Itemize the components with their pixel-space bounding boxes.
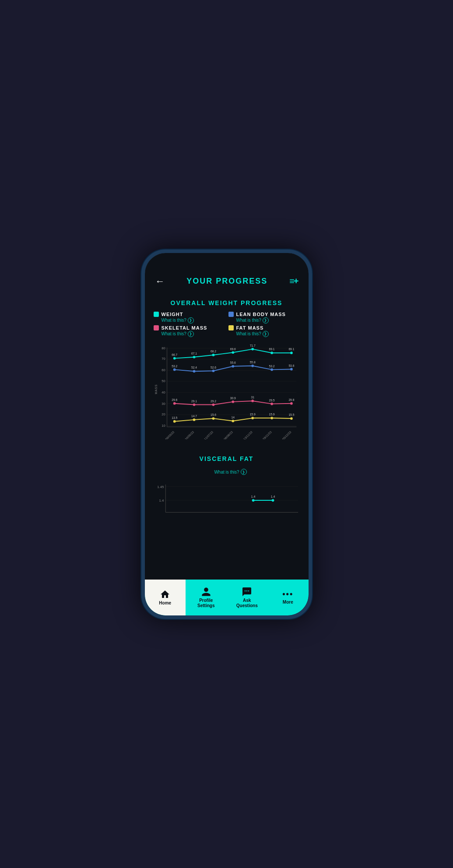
svg-point-53 — [290, 402, 293, 404]
weight-info-arrow[interactable]: ❯ — [188, 317, 194, 323]
home-label: Home — [159, 601, 171, 606]
svg-text:66.7: 66.7 — [172, 353, 177, 356]
header: ← YOUR PROGRESS ≡+ — [145, 272, 309, 292]
svg-text:50: 50 — [162, 379, 165, 383]
svg-text:53.2: 53.2 — [269, 364, 274, 367]
skeletal-what-is-this[interactable]: What is this? ❯ — [162, 331, 225, 337]
svg-point-67 — [290, 417, 293, 420]
svg-point-63 — [212, 417, 214, 420]
svg-text:29/11/23: 29/11/23 — [262, 430, 272, 439]
svg-text:06/03/23: 06/03/23 — [165, 430, 175, 439]
svg-point-19 — [173, 357, 176, 359]
svg-point-36 — [232, 365, 234, 367]
svg-text:69.6: 69.6 — [230, 347, 235, 350]
nav-profile-settings[interactable]: ProfileSettings — [186, 580, 227, 615]
weight-what-is-this[interactable]: What is this? ❯ — [162, 317, 225, 323]
svg-point-61 — [173, 420, 176, 422]
svg-point-25 — [290, 351, 293, 354]
lean-what-is-this[interactable]: What is this? ❯ — [236, 317, 300, 323]
svg-point-33 — [173, 368, 176, 371]
svg-text:60: 60 — [162, 368, 165, 372]
svg-point-20 — [193, 355, 195, 358]
fat-what-is-this[interactable]: What is this? ❯ — [236, 331, 300, 337]
svg-text:13/11/23: 13/11/23 — [242, 430, 253, 439]
svg-text:69.1: 69.1 — [269, 348, 274, 351]
chat-icon — [242, 587, 252, 597]
legend-fat-mass: FAT MASS What is this? ❯ — [228, 325, 300, 337]
visceral-what-is-this[interactable]: What is this? ❯ — [214, 469, 246, 475]
nav-more[interactable]: ••• More — [267, 580, 309, 615]
svg-text:15.5: 15.5 — [288, 413, 294, 416]
svg-text:67.1: 67.1 — [191, 352, 197, 355]
phone-frame: ← YOUR PROGRESS ≡+ OVERALL WEIGHT PROGRE… — [141, 250, 312, 619]
svg-text:71.7: 71.7 — [249, 344, 255, 347]
svg-point-21 — [212, 354, 214, 356]
svg-text:30: 30 — [162, 401, 165, 405]
nav-ask-questions[interactable]: AskQuestions — [227, 580, 268, 615]
svg-point-22 — [232, 351, 234, 354]
skeletal-label: SKELETAL MASS — [162, 325, 207, 330]
svg-text:15.6: 15.6 — [210, 413, 216, 416]
weight-chart-container: 80 70 60 50 40 30 20 10 MASS — [152, 343, 302, 441]
svg-text:55.6: 55.6 — [230, 361, 235, 364]
svg-text:40: 40 — [162, 390, 165, 394]
svg-point-66 — [270, 417, 273, 419]
profile-icon — [201, 587, 211, 597]
svg-text:29.2: 29.2 — [210, 399, 216, 402]
svg-point-23 — [251, 348, 254, 350]
svg-text:31: 31 — [251, 396, 254, 399]
svg-point-64 — [232, 419, 234, 422]
home-icon — [160, 589, 170, 600]
overall-section-title: OVERALL WEIGHT PROGRESS — [152, 299, 302, 306]
svg-text:55.8: 55.8 — [249, 361, 255, 364]
visceral-info-arrow[interactable]: ❯ — [241, 469, 247, 475]
more-icon: ••• — [282, 590, 293, 599]
svg-text:29.1: 29.1 — [191, 399, 197, 402]
svg-text:1.4: 1.4 — [251, 495, 255, 498]
svg-text:1.45: 1.45 — [157, 485, 164, 488]
svg-point-47 — [173, 402, 176, 404]
fat-label: FAT MASS — [236, 325, 264, 330]
svg-text:15.9: 15.9 — [269, 413, 274, 416]
scroll-content[interactable]: OVERALL WEIGHT PROGRESS WEIGHT What is t… — [145, 292, 309, 580]
lean-info-arrow[interactable]: ❯ — [263, 317, 269, 323]
back-button[interactable]: ← — [155, 276, 165, 287]
skeletal-info-arrow[interactable]: ❯ — [188, 331, 194, 337]
fat-color-dot — [228, 325, 234, 330]
svg-text:70: 70 — [162, 357, 165, 361]
svg-text:24/05/23: 24/05/23 — [184, 430, 194, 439]
chart-legend: WEIGHT What is this? ❯ LEAN BODY MASS — [152, 312, 302, 337]
page-title: YOUR PROGRESS — [186, 277, 267, 286]
svg-point-38 — [270, 368, 273, 371]
svg-text:53.6: 53.6 — [288, 364, 294, 367]
svg-text:53.2: 53.2 — [172, 364, 177, 367]
weight-label: WEIGHT — [162, 312, 183, 317]
svg-text:68.2: 68.2 — [210, 350, 216, 353]
svg-point-49 — [212, 403, 214, 406]
svg-text:05/12/23: 05/12/23 — [281, 430, 292, 439]
svg-point-35 — [212, 369, 214, 372]
nav-home[interactable]: Home — [145, 580, 186, 615]
visceral-section-title: VISCERAL FAT — [152, 455, 302, 462]
legend-lean-body-mass: LEAN BODY MASS What is this? ❯ — [228, 312, 300, 323]
bottom-nav: Home ProfileSettings AskQuestions ••• Mo… — [145, 580, 309, 615]
fat-info-arrow[interactable]: ❯ — [263, 331, 269, 337]
visceral-fat-section: VISCERAL FAT What is this? ❯ 1.45 1.4 — [145, 448, 309, 529]
phone-screen: ← YOUR PROGRESS ≡+ OVERALL WEIGHT PROGRE… — [145, 253, 309, 615]
legend-skeletal-mass: SKELETAL MASS What is this? ❯ — [154, 325, 225, 337]
svg-point-34 — [193, 370, 195, 373]
svg-text:15.9: 15.9 — [249, 413, 255, 416]
svg-text:29.8: 29.8 — [288, 398, 294, 401]
more-label: More — [283, 600, 293, 605]
svg-point-52 — [270, 402, 273, 405]
svg-point-37 — [251, 364, 254, 367]
svg-text:20: 20 — [162, 412, 165, 416]
phone-notch — [194, 253, 260, 266]
svg-text:08/08/23: 08/08/23 — [223, 430, 233, 439]
svg-point-24 — [270, 351, 273, 354]
visceral-chart-svg: 1.45 1.4 1.4 1.4 — [152, 480, 302, 524]
svg-text:10: 10 — [162, 424, 165, 428]
svg-text:80: 80 — [162, 346, 165, 350]
overall-weight-section: OVERALL WEIGHT PROGRESS WEIGHT What is t… — [145, 292, 309, 448]
profile-label: ProfileSettings — [197, 598, 214, 608]
